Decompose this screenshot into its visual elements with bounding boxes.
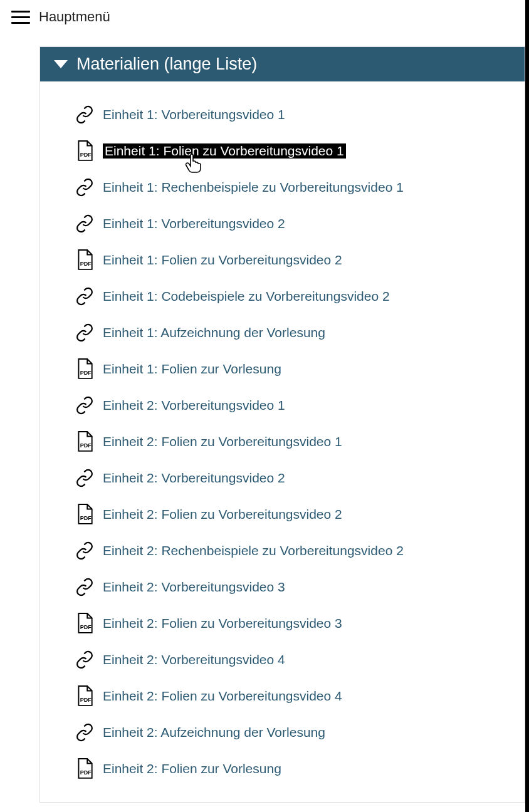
list-item[interactable]: PDFEinheit 2: Folien zu Vorbereitungsvid… bbox=[75, 424, 512, 460]
list-item[interactable]: PDFEinheit 1: Folien zu Vorbereitungsvid… bbox=[75, 242, 512, 278]
list-item-label[interactable]: Einheit 1: Rechenbeispiele zu Vorbereitu… bbox=[103, 180, 404, 195]
list-item[interactable]: Einheit 1: Codebeispiele zu Vorbereitung… bbox=[75, 278, 512, 315]
pdf-icon: PDF bbox=[75, 432, 94, 451]
list-item-label[interactable]: Einheit 2: Folien zu Vorbereitungsvideo … bbox=[103, 434, 342, 449]
list-item[interactable]: Einheit 2: Vorbereitungsvideo 2 bbox=[75, 460, 512, 496]
link-icon bbox=[75, 469, 94, 487]
svg-text:PDF: PDF bbox=[80, 624, 92, 630]
list-item[interactable]: Einheit 1: Aufzeichnung der Vorlesung bbox=[75, 315, 512, 351]
pdf-icon: PDF bbox=[75, 687, 94, 705]
list-item[interactable]: Einheit 2: Vorbereitungsvideo 4 bbox=[75, 642, 512, 678]
panel-title: Materialien (lange Liste) bbox=[76, 55, 257, 74]
chevron-down-icon bbox=[54, 60, 68, 68]
svg-text:PDF: PDF bbox=[80, 769, 92, 776]
list-item-label[interactable]: Einheit 1: Vorbereitungsvideo 1 bbox=[103, 107, 285, 122]
list-item-label[interactable]: Einheit 2: Folien zu Vorbereitungsvideo … bbox=[103, 616, 342, 631]
list-item[interactable]: Einheit 1: Vorbereitungsvideo 1 bbox=[75, 96, 512, 133]
list-item-label[interactable]: Einheit 1: Vorbereitungsvideo 2 bbox=[103, 216, 285, 231]
list-item[interactable]: Einheit 2: Aufzeichnung der Vorlesung bbox=[75, 714, 512, 751]
list-item[interactable]: Einheit 1: Rechenbeispiele zu Vorbereitu… bbox=[75, 169, 512, 206]
list-item[interactable]: Einheit 2: Rechenbeispiele zu Vorbereitu… bbox=[75, 533, 512, 569]
list-item-label[interactable]: Einheit 2: Vorbereitungsvideo 1 bbox=[103, 398, 285, 413]
list-item-label[interactable]: Einheit 2: Aufzeichnung der Vorlesung bbox=[103, 725, 325, 740]
link-icon bbox=[75, 214, 94, 233]
list-item[interactable]: PDFEinheit 2: Folien zur Vorlesung bbox=[75, 751, 512, 787]
list-item-label[interactable]: Einheit 2: Folien zu Vorbereitungsvideo … bbox=[103, 689, 342, 704]
link-icon bbox=[75, 287, 94, 306]
link-icon bbox=[75, 541, 94, 560]
svg-text:PDF: PDF bbox=[80, 442, 92, 449]
pdf-icon: PDF bbox=[75, 759, 94, 778]
item-list: Einheit 1: Vorbereitungsvideo 1PDFEinhei… bbox=[40, 81, 525, 802]
list-item[interactable]: PDFEinheit 2: Folien zu Vorbereitungsvid… bbox=[75, 496, 512, 533]
list-item-label[interactable]: Einheit 2: Vorbereitungsvideo 3 bbox=[103, 580, 285, 595]
svg-text:PDF: PDF bbox=[80, 152, 92, 158]
pdf-icon: PDF bbox=[75, 251, 94, 269]
pdf-icon: PDF bbox=[75, 360, 94, 378]
panel-header[interactable]: Materialien (lange Liste) bbox=[40, 47, 525, 81]
topbar: Hauptmenü bbox=[0, 0, 525, 34]
list-item[interactable]: Einheit 2: Vorbereitungsvideo 1 bbox=[75, 387, 512, 424]
list-item[interactable]: PDFEinheit 1: Folien zur Vorlesung bbox=[75, 351, 512, 387]
pdf-icon: PDF bbox=[75, 505, 94, 524]
list-item-label[interactable]: Einheit 2: Vorbereitungsvideo 4 bbox=[103, 652, 285, 667]
svg-text:PDF: PDF bbox=[80, 370, 92, 376]
hamburger-icon[interactable] bbox=[11, 9, 30, 24]
link-icon bbox=[75, 178, 94, 197]
list-item[interactable]: Einheit 2: Vorbereitungsvideo 3 bbox=[75, 569, 512, 605]
link-icon bbox=[75, 105, 94, 124]
list-item-label[interactable]: Einheit 1: Folien zur Vorlesung bbox=[103, 362, 281, 377]
link-icon bbox=[75, 323, 94, 342]
list-item-label[interactable]: Einheit 2: Folien zur Vorlesung bbox=[103, 761, 281, 776]
topbar-title: Hauptmenü bbox=[39, 9, 110, 25]
link-icon bbox=[75, 396, 94, 415]
list-item[interactable]: PDFEinheit 2: Folien zu Vorbereitungsvid… bbox=[75, 678, 512, 714]
svg-text:PDF: PDF bbox=[80, 261, 92, 267]
svg-text:PDF: PDF bbox=[80, 697, 92, 703]
list-item[interactable]: Einheit 1: Vorbereitungsvideo 2 bbox=[75, 206, 512, 242]
svg-text:PDF: PDF bbox=[80, 515, 92, 521]
list-item-label[interactable]: Einheit 1: Codebeispiele zu Vorbereitung… bbox=[103, 289, 390, 304]
pdf-icon: PDF bbox=[75, 614, 94, 633]
list-item-label[interactable]: Einheit 1: Folien zu Vorbereitungsvideo … bbox=[103, 252, 342, 268]
list-item-label[interactable]: Einheit 1: Aufzeichnung der Vorlesung bbox=[103, 325, 325, 340]
link-icon bbox=[75, 723, 94, 742]
list-item-label[interactable]: Einheit 1: Folien zu Vorbereitungsvideo … bbox=[103, 143, 346, 159]
materials-panel: Materialien (lange Liste) Einheit 1: Vor… bbox=[39, 46, 525, 803]
list-item[interactable]: PDFEinheit 1: Folien zu Vorbereitungsvid… bbox=[75, 133, 512, 169]
list-item-label[interactable]: Einheit 2: Rechenbeispiele zu Vorbereitu… bbox=[103, 543, 404, 558]
link-icon bbox=[75, 650, 94, 669]
pdf-icon: PDF bbox=[75, 142, 94, 160]
list-item-label[interactable]: Einheit 2: Vorbereitungsvideo 2 bbox=[103, 471, 285, 486]
list-item-label[interactable]: Einheit 2: Folien zu Vorbereitungsvideo … bbox=[103, 507, 342, 522]
list-item[interactable]: PDFEinheit 2: Folien zu Vorbereitungsvid… bbox=[75, 605, 512, 642]
link-icon bbox=[75, 578, 94, 596]
